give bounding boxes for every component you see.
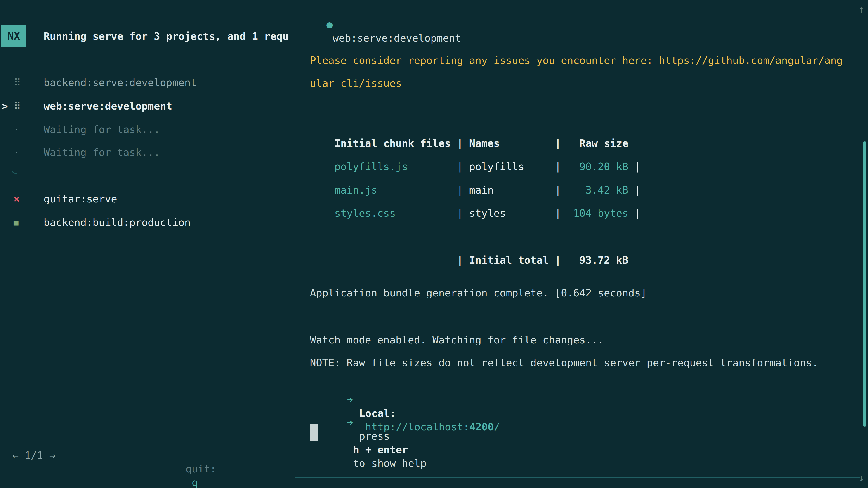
total-row: |Initial total|93.72 kB [310, 240, 628, 254]
panel-title-label: web:serve:development [333, 32, 461, 44]
spinner-icon: ⠿ [13, 76, 43, 90]
chunk-size: 104 bytes [567, 206, 628, 220]
caret-icon: > [2, 99, 8, 113]
scrollbar-down-icon[interactable]: ↓ [855, 471, 868, 485]
nx-logo: NX [1, 25, 26, 47]
task-label: backend:build:production [43, 216, 191, 229]
task-row-backend-build[interactable]: ■ backend:build:production [13, 216, 191, 229]
notice-text-line1[interactable]: Please consider reporting any issues you… [310, 54, 843, 67]
table-row: main.js|main|3.42 kB| [310, 170, 641, 184]
table-row: polyfills.js|polyfills|90.20 kB| [310, 147, 641, 160]
task-label: web:serve:development [43, 99, 172, 113]
waiting-dot-icon: · [13, 123, 43, 136]
panel-title[interactable]: ● web:serve:development [311, 4, 466, 18]
failed-x-icon: × [13, 192, 43, 206]
task-output-panel: Please consider reporting any issues you… [295, 11, 860, 478]
total-label: Initial total [469, 254, 555, 267]
task-label: guitar:serve [43, 192, 117, 206]
task-row-waiting-2[interactable]: · Waiting for task... [13, 146, 160, 159]
app-title: Running serve for 3 projects, and 1 requ [43, 30, 293, 43]
scrollbar-thumb[interactable] [863, 141, 866, 427]
help-press-text: press [359, 430, 390, 442]
success-square-icon: ■ [13, 216, 43, 229]
arrow-icon: ➜ [347, 417, 353, 429]
scrollbar-up-icon[interactable]: ↑ [855, 3, 868, 16]
help-keys: h + enter [353, 444, 408, 456]
keyboard-hints: quit: q help: ? [174, 449, 228, 462]
task-row-web-serve[interactable]: ⠿ web:serve:development [13, 99, 172, 113]
pagination[interactable]: ← 1/1 → [12, 449, 55, 462]
waiting-dot-icon: · [13, 146, 43, 159]
total-size: 93.72 kB [567, 254, 628, 267]
local-port: 4200 [469, 421, 494, 433]
task-label: Waiting for task... [43, 146, 160, 159]
help-rest-text: to show help [353, 457, 426, 469]
watch-mode-text: Watch mode enabled. Watching for file ch… [310, 333, 604, 347]
notice-text-line2[interactable]: ular-cli/issues [310, 76, 402, 90]
task-row-backend-serve[interactable]: ⠿ backend:serve:development [13, 76, 197, 90]
quit-key: q [192, 477, 198, 488]
task-label: backend:serve:development [43, 76, 197, 90]
chunk-file: styles.css [334, 206, 457, 220]
note-text: NOTE: Raw file sizes do not reflect deve… [310, 356, 818, 369]
task-row-guitar-serve[interactable]: × guitar:serve [13, 192, 117, 206]
status-dot-icon: ● [327, 19, 333, 31]
task-label: Waiting for task... [43, 123, 160, 136]
table-row: styles.css|styles|104 bytes| [310, 193, 641, 206]
help-hint-line: ➜ press h + enter to show help [322, 402, 427, 416]
chunk-name: styles [469, 206, 555, 220]
bundle-complete-text: Application bundle generation complete. … [310, 286, 647, 300]
local-server-line: ➜ Local: http://localhost:4200/ [322, 380, 500, 393]
chunk-table-header: Initial chunk files|Names|Raw size [310, 123, 628, 137]
spinner-icon: ⠿ [13, 99, 43, 113]
quit-hint-label: quit: [186, 463, 216, 475]
task-row-waiting-1[interactable]: · Waiting for task... [13, 123, 160, 136]
terminal-cursor [310, 424, 318, 441]
